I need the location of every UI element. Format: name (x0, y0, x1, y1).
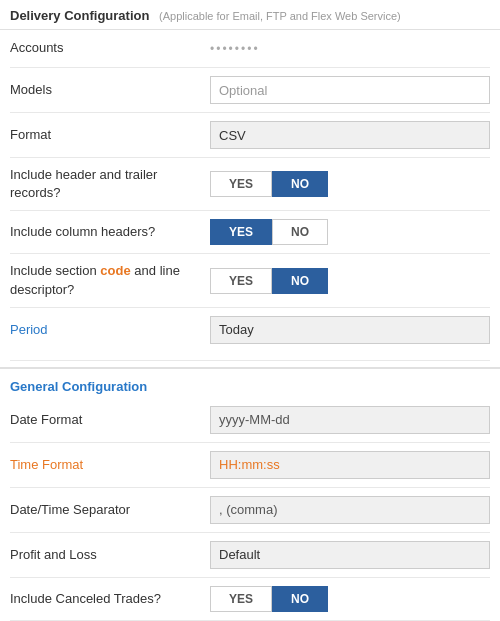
include-section-yes-button[interactable]: YES (210, 268, 272, 294)
format-row: Format CSV (10, 113, 490, 158)
include-section-no-button[interactable]: NO (272, 268, 328, 294)
profit-loss-value: Default (210, 541, 490, 569)
models-value-container[interactable]: Optional (210, 76, 490, 104)
include-header-value: YES NO (210, 171, 490, 197)
date-format-value: yyyy-MM-dd (210, 406, 490, 434)
profit-loss-value-container: Default (210, 541, 490, 569)
time-format-value-container: HH:mm:ss (210, 451, 490, 479)
accounts-row: Accounts •••••••• (10, 30, 490, 68)
profit-loss-row: Profit and Loss Default (10, 533, 490, 578)
include-canceled-no-button[interactable]: NO (272, 586, 328, 612)
datetime-separator-value-container: , (comma) (210, 496, 490, 524)
include-column-yes-button[interactable]: YES (210, 219, 272, 245)
date-format-row: Date Format yyyy-MM-dd (10, 398, 490, 443)
page-header: Delivery Configuration (Applicable for E… (0, 0, 500, 30)
include-canceled-row: Include Canceled Trades? YES NO (10, 578, 490, 621)
models-row: Models Optional (10, 68, 490, 113)
general-section: Date Format yyyy-MM-dd Time Format HH:mm… (0, 398, 500, 621)
include-section-code: code (100, 263, 130, 278)
include-header-row: Include header and trailer records? YES … (10, 158, 490, 211)
include-canceled-value: YES NO (210, 586, 490, 612)
include-section-btn-group: YES NO (210, 268, 328, 294)
include-column-label: Include column headers? (10, 223, 210, 241)
profit-loss-label: Profit and Loss (10, 546, 210, 564)
page-subtitle: (Applicable for Email, FTP and Flex Web … (159, 10, 401, 22)
date-format-value-container: yyyy-MM-dd (210, 406, 490, 434)
datetime-separator-label: Date/Time Separator (10, 501, 210, 519)
datetime-separator-value: , (comma) (210, 496, 490, 524)
include-header-yes-button[interactable]: YES (210, 171, 272, 197)
general-section-title: General Configuration (10, 379, 147, 394)
period-value-container: Today (210, 316, 490, 344)
models-label: Models (10, 81, 210, 99)
include-canceled-yes-button[interactable]: YES (210, 586, 272, 612)
datetime-separator-row: Date/Time Separator , (comma) (10, 488, 490, 533)
accounts-value: •••••••• (210, 42, 260, 56)
period-row: Period Today (10, 308, 490, 361)
period-label: Period (10, 321, 210, 339)
format-value: CSV (210, 121, 490, 149)
time-format-label: Time Format (10, 456, 210, 474)
include-header-btn-group: YES NO (210, 171, 328, 197)
include-section-row: Include section code and line descriptor… (10, 254, 490, 307)
include-column-btn-group: YES NO (210, 219, 328, 245)
accounts-value-container: •••••••• (210, 42, 490, 56)
delivery-section: Accounts •••••••• Models Optional Format… (0, 30, 500, 361)
time-format-row: Time Format HH:mm:ss (10, 443, 490, 488)
include-column-value: YES NO (210, 219, 490, 245)
include-header-label: Include header and trailer records? (10, 166, 210, 202)
include-canceled-label: Include Canceled Trades? (10, 590, 210, 608)
include-column-no-button[interactable]: NO (272, 219, 328, 245)
date-format-label: Date Format (10, 411, 210, 429)
include-header-no-button[interactable]: NO (272, 171, 328, 197)
include-section-label: Include section code and line descriptor… (10, 262, 210, 298)
accounts-label: Accounts (10, 39, 210, 57)
page-title: Delivery Configuration (10, 8, 149, 23)
models-select[interactable]: Optional (210, 76, 490, 104)
include-column-row: Include column headers? YES NO (10, 211, 490, 254)
format-value-container: CSV (210, 121, 490, 149)
period-value: Today (210, 316, 490, 344)
format-label: Format (10, 126, 210, 144)
include-section-value: YES NO (210, 268, 490, 294)
general-section-header: General Configuration (0, 367, 500, 398)
time-format-value: HH:mm:ss (210, 451, 490, 479)
include-canceled-btn-group: YES NO (210, 586, 328, 612)
